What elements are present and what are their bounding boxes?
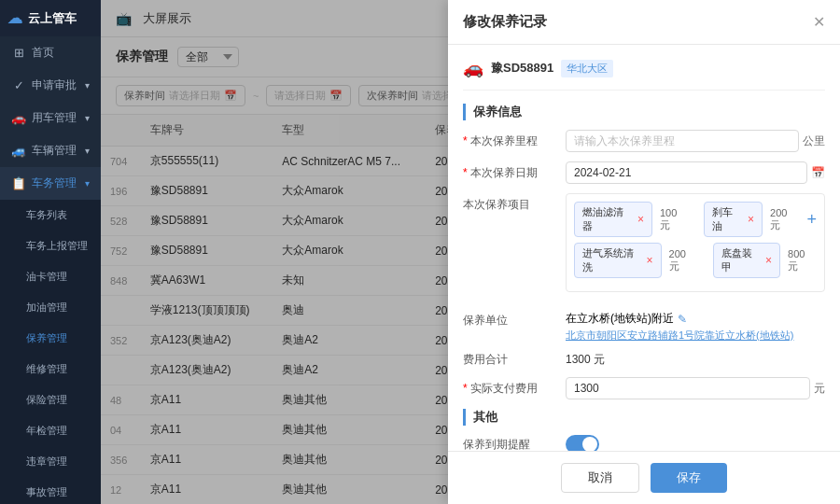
sidebar-label-biz-mgmt: 车务管理 — [32, 175, 77, 191]
sidebar-sublabel-violation: 违章管理 — [26, 455, 67, 469]
modal-body: 🚗 豫SD58891 华北大区 保养信息 本次保养里程 公里 本次保养日期 📅 — [448, 45, 840, 451]
sidebar-sublabel-accident: 事故管理 — [26, 485, 67, 499]
sidebar-subitem-refuel[interactable]: 加油管理 — [0, 292, 101, 323]
field-total-value: 1300 元 — [566, 352, 605, 368]
date-icon[interactable]: 📅 — [811, 166, 825, 179]
car-icon: 🚗 — [463, 58, 483, 78]
sidebar-subitem-violation[interactable]: 违章管理 — [0, 446, 101, 477]
item-name-1: 燃油滤清器 — [582, 205, 632, 233]
sidebar-icon-car-use: 🚗 — [11, 111, 26, 125]
sidebar: ☁ 云上管车 ⊞首页✓申请审批▾🚗用车管理▾🚙车辆管理▾📋车务管理▾车务列表车务… — [0, 0, 101, 504]
actual-input[interactable] — [566, 377, 810, 399]
item-tag-2: 刹车油 × — [704, 202, 763, 237]
item-name-2: 刹车油 — [712, 205, 742, 233]
item-remove-2[interactable]: × — [748, 213, 754, 226]
sidebar-subitem-accident[interactable]: 事故管理 — [0, 477, 101, 504]
sidebar-arrow-car-mgmt: ▾ — [85, 146, 90, 156]
item-tag-3: 进气系统清洗 × — [574, 243, 662, 278]
form-row-actual: 实际支付费用 元 — [463, 377, 825, 399]
logo-icon: ☁ — [7, 9, 22, 27]
sidebar-item-biz-mgmt[interactable]: 📋车务管理▾ — [0, 167, 101, 200]
items-section: 燃油滤清器 × 100 元 刹车油 × 200 元 + — [566, 193, 825, 292]
logo-text: 云上管车 — [28, 10, 77, 27]
sidebar-subitem-annual-check[interactable]: 年检管理 — [0, 415, 101, 446]
sidebar-subitem-oil-card[interactable]: 油卡管理 — [0, 261, 101, 292]
sidebar-icon-car-mgmt: 🚙 — [11, 144, 26, 158]
sidebar-sub-biz: 车务列表车务上报管理油卡管理加油管理保养管理维修管理保险管理年检管理违章管理事故… — [0, 200, 101, 504]
form-row-date: 本次保养日期 📅 — [463, 161, 825, 184]
item-name-4: 底盘装甲 — [721, 246, 760, 274]
sidebar-subitem-repair[interactable]: 维修管理 — [0, 354, 101, 385]
modal-car-region: 华北大区 — [561, 60, 613, 77]
sidebar-subitem-maintenance[interactable]: 保养管理 — [0, 323, 101, 354]
modal-close-btn[interactable]: ✕ — [813, 13, 825, 31]
sidebar-arrow-approval: ▾ — [85, 80, 90, 91]
modal-footer: 取消 保存 — [448, 451, 840, 504]
mileage-unit: 公里 — [803, 133, 825, 149]
form-row-mileage: 本次保养里程 公里 — [463, 130, 825, 152]
item-price-4: 800 元 — [788, 248, 817, 273]
sidebar-label-home: 首页 — [32, 45, 54, 61]
date-input-wrap: 📅 — [566, 161, 825, 184]
add-item-btn[interactable]: + — [806, 210, 817, 230]
form-row-items: 本次保养项目 燃油滤清器 × 100 元 刹车油 × — [463, 193, 825, 301]
location-link[interactable]: 北京市朝阳区安立路辅路1号院靠近立水桥(地铁站) — [566, 329, 825, 343]
sidebar-arrow-biz-mgmt: ▾ — [85, 178, 90, 189]
field-mileage-label: 本次保养里程 — [463, 133, 566, 149]
sidebar-sublabel-oil-card: 油卡管理 — [26, 270, 67, 284]
sidebar-sublabel-biz-report: 车务上报管理 — [26, 239, 88, 253]
mileage-input[interactable] — [566, 130, 799, 152]
sidebar-subitem-biz-list[interactable]: 车务列表 — [0, 200, 101, 231]
item-remove-1[interactable]: × — [637, 213, 644, 226]
sidebar-sublabel-repair: 维修管理 — [26, 362, 67, 376]
sidebar-arrow-car-use: ▾ — [85, 113, 90, 123]
cancel-button[interactable]: 取消 — [561, 463, 639, 493]
item-name-3: 进气系统清洗 — [582, 246, 641, 274]
field-total-label: 费用合计 — [463, 352, 566, 368]
sidebar-sublabel-biz-list: 车务列表 — [26, 208, 67, 222]
sidebar-label-car-use: 用车管理 — [32, 110, 77, 126]
section-maintenance-title: 保养信息 — [463, 104, 825, 120]
reminder-toggle[interactable] — [566, 435, 599, 451]
sidebar-item-home[interactable]: ⊞首页 — [0, 36, 101, 69]
sidebar-icon-approval: ✓ — [11, 78, 26, 92]
sidebar-subitem-biz-report[interactable]: 车务上报管理 — [0, 231, 101, 261]
sidebar-item-car-use[interactable]: 🚗用车管理▾ — [0, 102, 101, 134]
items-container: 燃油滤清器 × 100 元 刹车油 × 200 元 + — [566, 193, 825, 301]
sidebar-icon-home: ⊞ — [11, 46, 26, 60]
location-value: 在立水桥(地铁站)附近 — [566, 311, 674, 327]
actual-unit: 元 — [814, 381, 825, 397]
field-actual-label: 实际支付费用 — [463, 381, 566, 397]
section-other-title: 其他 — [463, 409, 825, 426]
sidebar-label-approval: 申请审批 — [32, 77, 77, 93]
sidebar-item-approval[interactable]: ✓申请审批▾ — [0, 69, 101, 102]
modal-car-plate: 豫SD58891 — [491, 60, 553, 77]
field-location-label: 保养单位 — [463, 311, 566, 329]
sidebar-item-car-mgmt[interactable]: 🚙车辆管理▾ — [0, 134, 101, 167]
item-tag-4: 底盘装甲 × — [713, 243, 781, 278]
field-reminder-label: 保养到期提醒 — [463, 437, 566, 452]
location-container: 在立水桥(地铁站)附近 ✎ 北京市朝阳区安立路辅路1号院靠近立水桥(地铁站) — [566, 311, 825, 343]
sidebar-sublabel-maintenance: 保养管理 — [26, 331, 67, 345]
app-logo: ☁ 云上管车 — [0, 0, 101, 36]
item-tag-1: 燃油滤清器 × — [574, 202, 652, 237]
sidebar-label-car-mgmt: 车辆管理 — [32, 143, 77, 159]
items-row-2: 进气系统清洗 × 200 元 底盘装甲 × 800 元 — [574, 243, 817, 278]
field-date-label: 本次保养日期 — [463, 165, 566, 181]
sidebar-subitem-insurance[interactable]: 保险管理 — [0, 385, 101, 415]
item-price-2: 200 元 — [770, 207, 799, 232]
mileage-input-wrap: 公里 — [566, 130, 825, 152]
location-edit-icon[interactable]: ✎ — [678, 313, 687, 326]
form-row-total: 费用合计 1300 元 — [463, 352, 825, 368]
form-row-location: 保养单位 在立水桥(地铁站)附近 ✎ 北京市朝阳区安立路辅路1号院靠近立水桥(地… — [463, 311, 825, 343]
item-remove-3[interactable]: × — [647, 254, 653, 267]
date-input[interactable] — [566, 161, 807, 184]
item-remove-4[interactable]: × — [765, 254, 772, 267]
car-info-row: 🚗 豫SD58891 华北大区 — [463, 58, 825, 91]
item-price-3: 200 元 — [669, 248, 698, 273]
form-row-reminder: 保养到期提醒 — [463, 435, 825, 451]
save-button[interactable]: 保存 — [651, 463, 727, 493]
field-items-label: 本次保养项目 — [463, 193, 566, 213]
modal-title: 修改保养记录 — [463, 13, 547, 31]
main-area: 📺 大屏展示 购买产品 保养管理 全部 未完成 已完成 保养时间 请选择日期 📅… — [101, 0, 840, 504]
